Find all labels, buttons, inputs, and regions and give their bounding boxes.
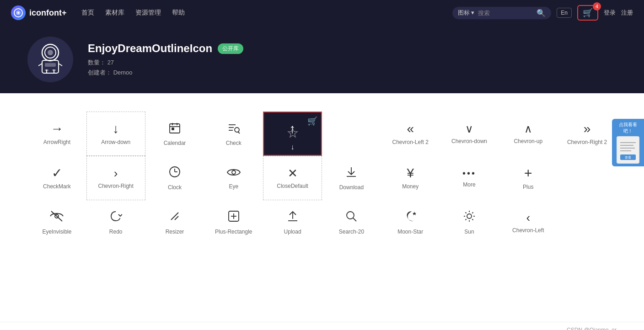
icon-chevron-right[interactable]: › Chevron-Right	[86, 156, 145, 200]
icon-arrowup[interactable]: 🛒 ↑ ↓ ArrowUp	[263, 112, 322, 156]
nav-home[interactable]: 首页	[81, 9, 94, 17]
auth-links: 登录 注册	[604, 9, 633, 17]
svg-line-48	[465, 213, 466, 213]
svg-line-50	[472, 213, 473, 213]
project-avatar	[27, 37, 73, 82]
icon-download[interactable]: Download	[322, 156, 381, 200]
icon-moon-star[interactable]: Moon-Star	[381, 200, 440, 245]
icon-search20[interactable]: Search-20	[322, 200, 381, 245]
icon-grid-row1: → ArrowRight ↓ Arrow-down Calendar	[27, 112, 617, 156]
main-nav: 首页 素材库 资源管理 帮助	[81, 9, 438, 17]
calendar-label: Calendar	[164, 140, 186, 146]
plus-rectangle-icon	[227, 210, 240, 225]
star-overlay-icon	[287, 128, 298, 140]
checkmark-label: CheckMark	[43, 183, 71, 190]
arrow-right-label: ArrowRight	[43, 139, 70, 145]
redo-label: Redo	[109, 229, 123, 235]
download-label: Download	[339, 184, 364, 191]
moon-star-icon	[403, 210, 417, 225]
icon-check[interactable]: Check	[204, 112, 263, 156]
upload-icon	[286, 210, 299, 225]
resizer-label: Resizer	[166, 229, 184, 235]
icon-chevron-down[interactable]: ∨ Chevron-down	[440, 112, 499, 156]
chevron-up-icon: ∧	[524, 123, 532, 134]
icon-chevron-left[interactable]: ‹ Chevron-Left	[499, 200, 558, 245]
lang-toggle[interactable]: En	[557, 8, 572, 18]
eye-invisible-icon	[50, 210, 64, 225]
header: iconfont+ 首页 素材库 资源管理 帮助 图标 ▾ 🔍 En 🛒 4 登…	[0, 0, 644, 26]
more-label: More	[463, 181, 475, 188]
chevron-down-icon: ∨	[465, 123, 473, 134]
footer: CSDN @Qianmo_er	[0, 322, 644, 330]
cart-overlay-icon: 🛒	[307, 116, 317, 126]
svg-line-34	[175, 216, 178, 220]
icon-chevron-up[interactable]: ∧ Chevron-up	[499, 112, 558, 156]
check-icon	[227, 121, 240, 136]
check-label: Check	[226, 140, 242, 146]
nav-help[interactable]: 帮助	[172, 9, 185, 17]
logo[interactable]: iconfont+	[11, 5, 67, 20]
sun-icon	[463, 210, 476, 225]
icon-resizer[interactable]: Resizer	[145, 200, 204, 245]
icon-plus-rectangle[interactable]: Plus-Rectangle	[204, 200, 263, 245]
icon-clock[interactable]: Clock	[145, 156, 204, 200]
icon-chevron-left2[interactable]: « Chevron-Left 2	[381, 112, 440, 156]
svg-point-22	[235, 128, 239, 132]
side-note-label: 点我看看吧！	[619, 122, 637, 133]
chevron-left-label: Chevron-Left	[512, 227, 544, 234]
icon-upload[interactable]: Upload	[263, 200, 322, 245]
icon-arrow-down[interactable]: ↓ Arrow-down	[86, 112, 145, 156]
side-note-card[interactable]: 点我看看吧！ 查看	[612, 119, 644, 166]
search-input[interactable]	[478, 10, 533, 16]
cart-badge: 4	[593, 2, 601, 11]
svg-marker-24	[288, 128, 297, 137]
chevron-right-icon: ›	[114, 167, 118, 179]
svg-rect-10	[45, 69, 48, 71]
download-icon	[345, 165, 358, 181]
svg-line-23	[238, 132, 240, 133]
svg-rect-11	[52, 69, 56, 71]
chevron-left2-label: Chevron-Left 2	[392, 139, 429, 145]
download-overlay-icon: ↓	[291, 143, 295, 151]
chevron-left-icon: ‹	[526, 212, 530, 224]
icon-eye-invisible[interactable]: EyeInvisible	[27, 200, 86, 245]
search-type-dropdown[interactable]: 图标 ▾	[458, 9, 475, 17]
nav-materials[interactable]: 素材库	[105, 9, 124, 17]
icon-redo[interactable]: Redo	[86, 200, 145, 245]
icon-checkmark[interactable]: ✓ CheckMark	[27, 156, 86, 200]
svg-marker-42	[413, 212, 416, 215]
icon-arrow-right[interactable]: → ArrowRight	[27, 112, 86, 156]
icon-close-default[interactable]: ✕ CloseDefault	[263, 156, 322, 200]
icon-empty-r1	[322, 112, 381, 156]
cart-icon: 🛒	[583, 8, 593, 17]
svg-line-13	[59, 64, 62, 66]
icon-chevron-right2[interactable]: » Chevron-Right 2	[558, 112, 617, 156]
icon-money[interactable]: ¥ Money	[381, 156, 440, 200]
nav-resources[interactable]: 资源管理	[135, 9, 161, 17]
arrow-right-icon: →	[50, 122, 63, 135]
eye-icon	[227, 167, 241, 180]
icon-empty-r2	[558, 156, 617, 200]
icon-calendar[interactable]: Calendar	[145, 112, 204, 156]
svg-rect-7	[45, 63, 56, 67]
creator-name: Demoo	[113, 69, 133, 76]
svg-text:查看: 查看	[625, 156, 631, 159]
icon-grid-row2: ✓ CheckMark › Chevron-Right Clock	[27, 156, 617, 200]
login-link[interactable]: 登录	[604, 9, 616, 17]
close-label: CloseDefault	[277, 183, 308, 189]
cart-button[interactable]: 🛒 4	[577, 5, 598, 21]
icon-grid-row3: EyeInvisible Redo Resizer	[27, 200, 617, 245]
icon-more[interactable]: ••• More	[440, 156, 499, 200]
chevron-right-label: Chevron-Right	[98, 183, 134, 189]
header-right: 图标 ▾ 🔍 En 🛒 4 登录 注册	[452, 5, 633, 21]
icon-sun[interactable]: Sun	[440, 200, 499, 245]
icon-plus[interactable]: + Plus	[499, 156, 558, 200]
svg-line-33	[171, 213, 178, 220]
icon-eye[interactable]: Eye	[204, 156, 263, 200]
register-link[interactable]: 注册	[621, 9, 633, 17]
eye-label: Eye	[229, 183, 238, 190]
svg-rect-18	[172, 128, 174, 130]
checkmark-icon: ✓	[52, 167, 62, 180]
plus-icon: +	[524, 166, 532, 180]
search-icon[interactable]: 🔍	[537, 9, 546, 17]
